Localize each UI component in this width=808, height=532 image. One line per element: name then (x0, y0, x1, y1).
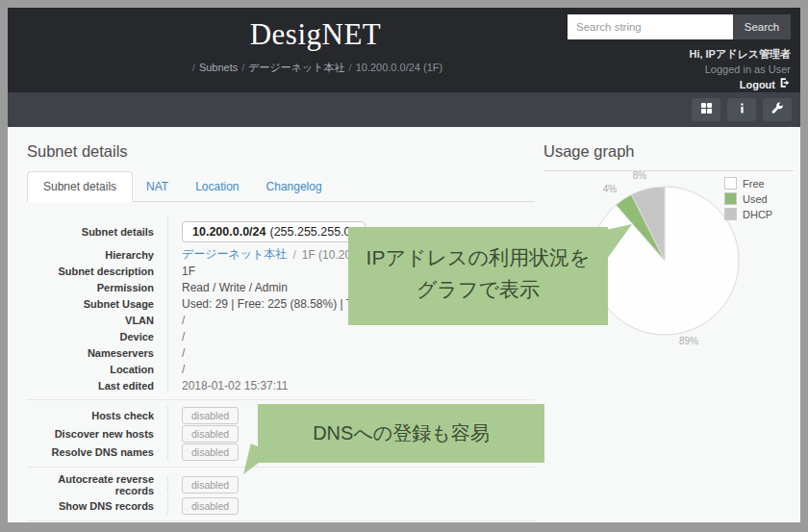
user-greeting: Hi, IPアドレス管理者 (689, 46, 791, 62)
tab-bar: Subnet details NAT Location Changelog (27, 171, 535, 202)
autocreate-reverse-toggle[interactable]: disabled (182, 476, 239, 494)
hierarchy-parent-link[interactable]: デージーネット本社 (182, 246, 287, 263)
search-form: Search (568, 14, 791, 39)
subnet-details-title: Subnet details (27, 142, 128, 161)
tab-location[interactable]: Location (182, 172, 252, 201)
toolbar (8, 92, 800, 127)
sign-out-icon (779, 77, 791, 92)
header-center: DesigNET /Subnets/デージーネット本社/10.200.0.0/2… (123, 17, 508, 75)
user-info: Hi, IPアドレス管理者 Logged in as User Logout (689, 46, 791, 92)
search-button[interactable]: Search (733, 14, 791, 39)
pie-legend: Free Used DHCP (724, 177, 772, 223)
main-content: Subnet details Usage graph Subnet detail… (8, 127, 800, 522)
pie-label-free: 89% (679, 336, 698, 346)
wrench-icon (771, 102, 784, 117)
info-button[interactable] (727, 98, 756, 121)
row-device: Device / (27, 328, 535, 344)
dhcp-swatch (724, 208, 737, 220)
show-dns-records-toggle[interactable]: disabled (182, 497, 239, 515)
breadcrumb-subnets[interactable]: Subnets (199, 62, 238, 73)
grid-view-button[interactable] (692, 98, 720, 121)
username[interactable]: User (769, 63, 791, 75)
legend-item-free: Free (724, 177, 772, 190)
form-divider (27, 467, 535, 468)
logged-in-as: Logged in as User (689, 62, 791, 77)
free-swatch (724, 177, 737, 190)
info-icon (736, 102, 748, 117)
callout-dns: DNSへの登録も容易 (258, 404, 544, 463)
row-nameservers: Nameservers / (27, 344, 535, 361)
form-divider (27, 399, 535, 400)
callout-usage-graph: IPアドレスの利用状況を グラフで表示 (348, 227, 608, 325)
search-input[interactable] (568, 14, 733, 39)
used-swatch (724, 192, 737, 205)
hosts-check-toggle[interactable]: disabled (182, 407, 239, 424)
subnet-cidr-box: 10.200.0.0/24(255.255.255.0) (182, 221, 366, 242)
tab-subnet-details[interactable]: Subnet details (27, 171, 133, 202)
row-autocreate-reverse: Autocreate reverse records disabled (27, 473, 535, 496)
tab-changelog[interactable]: Changelog (253, 172, 336, 201)
breadcrumb: /Subnets/デージーネット本社/10.200.0.0/24 (1F) (123, 61, 508, 75)
legend-item-dhcp: DHCP (724, 208, 772, 220)
row-location: Location / (27, 361, 535, 377)
legend-item-used: Used (724, 192, 772, 205)
row-show-dns-records: Show DNS records disabled (27, 496, 535, 515)
tab-nat[interactable]: NAT (133, 172, 182, 201)
pie-label-used: 4% (603, 184, 618, 194)
logout-button[interactable]: Logout (740, 77, 791, 92)
row-last-edited: Last edited 2018-01-02 15:37:11 (27, 377, 535, 393)
breadcrumb-section[interactable]: デージーネット本社 (248, 62, 344, 73)
resolve-dns-toggle[interactable]: disabled (182, 443, 239, 461)
pie-label-dhcp: 8% (633, 170, 647, 181)
tools-button[interactable] (763, 98, 792, 121)
breadcrumb-current: 10.200.0.0/24 (1F) (356, 62, 443, 73)
discover-hosts-toggle[interactable]: disabled (182, 425, 239, 443)
app-window: DesigNET /Subnets/デージーネット本社/10.200.0.0/2… (8, 8, 800, 522)
form-divider (27, 520, 535, 521)
site-title: DesigNET (123, 17, 508, 52)
grid-icon (700, 102, 713, 117)
header: DesigNET /Subnets/デージーネット本社/10.200.0.0/2… (8, 8, 800, 92)
